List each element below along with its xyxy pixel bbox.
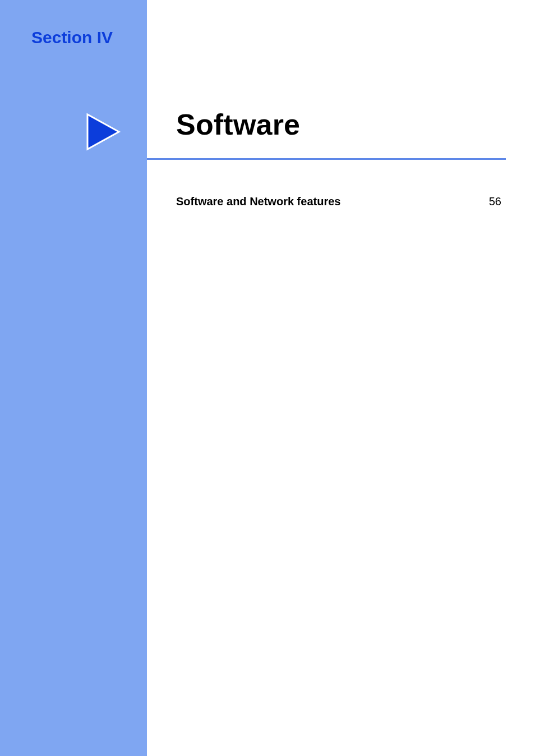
section-number-label: Section IV <box>31 28 113 47</box>
toc-entry: Software and Network features 56 <box>176 195 501 208</box>
toc-entry-page: 56 <box>489 195 501 208</box>
section-sidebar <box>0 0 147 756</box>
toc-entry-label: Software and Network features <box>176 195 340 208</box>
svg-marker-0 <box>87 114 119 149</box>
section-title: Software <box>176 108 300 141</box>
document-page: Section IV Software Software and Network… <box>0 0 535 756</box>
title-underline <box>147 158 506 160</box>
play-triangle-icon <box>85 112 121 151</box>
